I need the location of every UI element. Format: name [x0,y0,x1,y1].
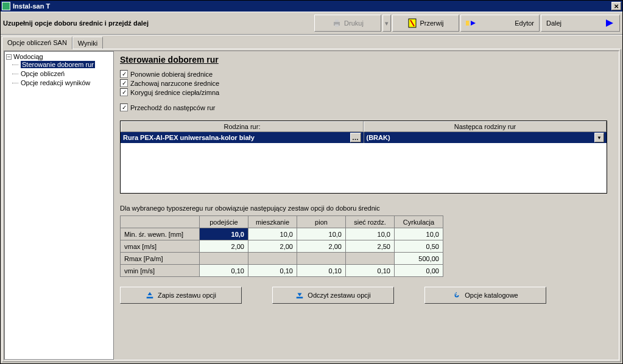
successor-dropdown[interactable]: ▼ [594,133,604,142]
instruction-text: Uzupełnij opcje doboru średnic i przejdź… [3,19,149,27]
chk-successors-label: Przechodź do następców rur [130,104,215,111]
tree-collapse-icon[interactable]: − [6,54,12,60]
tree-node-result-options[interactable]: Opcje redakcji wyników [6,79,112,88]
load-options-button[interactable]: Odczyt zestawu opcji [272,287,394,304]
col-approach: podejście [200,216,248,228]
cell-r4c1[interactable]: 0,10 [200,265,248,277]
cell-r4c2[interactable]: 0,10 [248,265,297,277]
save-options-button[interactable]: Zapis zestawu opcji [120,287,242,304]
row-vmin: vmin [m/s] [121,265,200,277]
svg-rect-5 [466,21,469,26]
chk-correct-hotcold[interactable]: ✓ [120,88,128,96]
family-name: Rura PEX-Al-PEX uniwersalna-kolor biały [123,134,255,141]
cell-r1c4[interactable]: 10,0 [346,228,395,240]
cell-r1c2[interactable]: 10,0 [248,228,297,240]
cell-r1c1[interactable]: 10,0 [200,228,248,240]
cell-r3c4[interactable] [346,253,395,265]
tree-node-calc-options[interactable]: Opcje obliczeń [6,69,112,79]
next-icon [605,18,614,28]
tabs: Opcje obliczeń SAN Wyniki [2,37,621,49]
cell-r4c4[interactable]: 0,10 [346,265,395,277]
chk-reselect-label: Ponownie dobieraj średnice [130,71,213,78]
col-apartment: mieszkanie [248,216,297,228]
svg-rect-8 [147,297,153,299]
toolbar: Uzupełnij opcje doboru średnic i przejdź… [1,12,622,35]
main-pane: Sterowanie doborem rur ✓Ponownie dobiera… [114,51,619,360]
row-rmax: Rmax [Pa/m] [121,253,200,265]
titlebar: Instal-san T ✕ [1,1,622,12]
cell-r3c2[interactable] [248,253,297,265]
cell-r1c5[interactable]: 10,0 [395,228,443,240]
window-title: Instal-san T [13,2,50,10]
chk-keep-forced[interactable]: ✓ [120,79,128,87]
cell-r2c1[interactable]: 2,00 [200,240,248,253]
cell-r3c3[interactable] [297,253,346,265]
print-icon [332,18,342,28]
col-dist-net: sieć rozdz. [346,216,395,228]
tree-pane: − Wodociąg Sterowanie doborem rur Opcje … [4,51,114,360]
app-icon [2,2,10,10]
cell-r3c1[interactable] [200,253,248,265]
print-button[interactable]: Drukuj [314,15,381,32]
tab-results[interactable]: Wyniki [72,37,103,49]
svg-rect-1 [335,19,339,22]
diameter-options-table: podejście mieszkanie pion sieć rozdz. Cy… [120,215,443,277]
cell-r1c3[interactable]: 10,0 [297,228,346,240]
editor-back-icon [466,18,476,28]
tree-node-pipe-control[interactable]: Sterowanie doborem rur [6,60,112,69]
row-vmax: vmax [m/s] [121,240,200,253]
row-min-dia: Min. śr. wewn. [mm] [121,228,200,240]
svg-marker-9 [148,292,152,295]
cell-r2c2[interactable]: 2,00 [248,240,297,253]
cell-r4c5[interactable]: 0,00 [395,265,443,277]
chk-successors[interactable]: ✓ [120,103,128,111]
options-note: Dla wybranego typoszeregu rur obowiązuje… [120,205,613,212]
chk-reselect[interactable]: ✓ [120,70,128,78]
cell-r4c3[interactable]: 0,10 [297,265,346,277]
chk-keep-forced-label: Zachowaj narzucone średnice [130,80,219,87]
print-dropdown[interactable]: ▾ [382,15,391,32]
svg-rect-2 [335,24,339,27]
svg-marker-11 [298,293,302,296]
save-up-icon [146,291,154,299]
svg-marker-7 [606,19,613,27]
close-button[interactable]: ✕ [611,2,621,10]
cell-r2c3[interactable]: 2,00 [297,240,346,253]
abort-button[interactable]: Przerwij [392,15,459,32]
load-down-icon [295,291,304,299]
successor-value: (BRAK) [367,134,390,141]
abort-icon [407,18,417,28]
tab-calc-options[interactable]: Opcje obliczeń SAN [2,37,72,49]
cell-r2c5[interactable]: 0,50 [395,240,443,253]
family-browse-button[interactable]: … [350,133,361,142]
pipe-family-table: Rodzina rur: Następca rodziny rur Rura P… [120,121,607,194]
tree-root[interactable]: − Wodociąg [6,53,112,60]
col-riser: pion [297,216,346,228]
undo-icon [452,291,461,299]
family-header-family: Rodzina rur: [121,121,364,132]
section-title: Sterowanie doborem rur [120,55,613,65]
svg-marker-6 [471,21,476,26]
family-header-successor: Następca rodziny rur [364,121,607,132]
svg-rect-10 [297,297,303,299]
chk-correct-hotcold-label: Koryguj średnice ciepła/zimna [130,89,219,96]
catalog-options-button[interactable]: Opcje katalogowe [424,287,546,304]
cell-r2c4[interactable]: 2,50 [346,240,395,253]
col-circulation: Cyrkulacja [395,216,443,228]
cell-r3c5[interactable]: 500,00 [395,253,443,265]
editor-button[interactable]: Edytor [460,15,540,32]
next-button[interactable]: Dalej [541,15,620,32]
family-row[interactable]: Rura PEX-Al-PEX uniwersalna-kolor biały … [121,132,607,143]
